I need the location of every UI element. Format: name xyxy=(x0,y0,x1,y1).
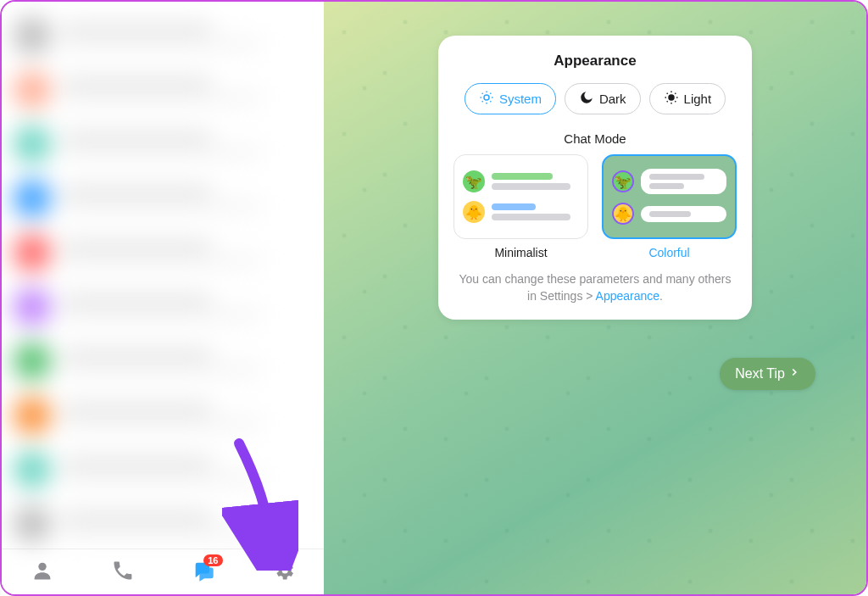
svg-point-2 xyxy=(669,95,674,100)
chat-list xyxy=(2,2,324,549)
appearance-card: Appearance System Dark xyxy=(438,36,752,320)
mode-minimalist-preview: 🦖 🐥 xyxy=(453,154,588,239)
chat-item[interactable] xyxy=(2,226,324,280)
settings-tab[interactable] xyxy=(271,560,297,585)
chat-mode-row: 🦖 🐥 Minimalist 🦖 xyxy=(453,154,737,259)
bottom-nav: 16 xyxy=(2,549,324,594)
phone-icon xyxy=(111,559,135,586)
chat-item[interactable] xyxy=(2,443,324,497)
theme-selector: System Dark Light xyxy=(453,83,737,114)
avatar-icon: 🐥 xyxy=(612,203,634,225)
avatar-icon: 🐥 xyxy=(463,201,485,223)
theme-system-button[interactable]: System xyxy=(465,83,556,114)
footer-note: You can change these parameters and many… xyxy=(453,271,737,304)
unread-badge: 16 xyxy=(203,554,222,566)
contacts-tab[interactable] xyxy=(30,560,55,585)
chat-item[interactable] xyxy=(2,497,324,549)
svg-point-1 xyxy=(484,95,489,100)
chat-mode-title: Chat Mode xyxy=(453,131,737,146)
theme-system-label: System xyxy=(499,92,542,106)
chat-item[interactable] xyxy=(2,63,324,117)
svg-point-0 xyxy=(38,562,46,570)
avatar-icon: 🦖 xyxy=(612,170,634,192)
chat-item[interactable] xyxy=(2,8,324,63)
moon-icon xyxy=(579,90,594,108)
chat-item[interactable] xyxy=(2,117,324,171)
system-icon xyxy=(479,90,494,108)
mode-minimalist[interactable]: 🦖 🐥 Minimalist xyxy=(453,154,588,259)
chat-item[interactable] xyxy=(2,280,324,334)
sun-icon xyxy=(664,90,679,108)
chat-item[interactable] xyxy=(2,334,324,388)
calls-tab[interactable] xyxy=(110,560,136,585)
mode-colorful[interactable]: 🦖 🐥 Colorful xyxy=(602,154,737,259)
mode-colorful-preview: 🦖 🐥 xyxy=(602,154,737,239)
theme-dark-label: Dark xyxy=(599,92,626,106)
appearance-link[interactable]: Appearance xyxy=(596,289,660,303)
card-title: Appearance xyxy=(453,53,737,70)
chat-item[interactable] xyxy=(2,171,324,226)
chat-item[interactable] xyxy=(2,388,324,443)
mode-minimalist-label: Minimalist xyxy=(453,246,588,259)
chevron-right-icon xyxy=(788,366,800,382)
theme-light-label: Light xyxy=(684,92,712,106)
next-tip-label: Next Tip xyxy=(735,366,785,382)
sidebar: 16 xyxy=(2,2,324,594)
next-tip-button[interactable]: Next Tip xyxy=(720,358,815,390)
chats-tab[interactable]: 16 xyxy=(191,560,216,585)
footer-suffix: . xyxy=(659,289,663,303)
main-panel: Appearance System Dark xyxy=(324,2,866,594)
theme-dark-button[interactable]: Dark xyxy=(565,83,641,114)
mode-colorful-label: Colorful xyxy=(602,246,737,259)
gear-icon xyxy=(272,559,296,586)
avatar-icon: 🦖 xyxy=(463,170,485,192)
theme-light-button[interactable]: Light xyxy=(649,83,726,114)
person-icon xyxy=(31,559,54,586)
